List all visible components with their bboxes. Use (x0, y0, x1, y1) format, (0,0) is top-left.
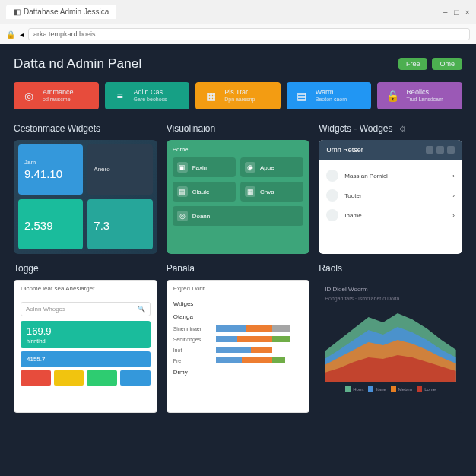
legend-item[interactable]: Lome (417, 386, 436, 392)
visual-tile[interactable]: ▦Chva (240, 182, 303, 202)
nav-card[interactable]: ▤ WarmBeoton caom (287, 82, 372, 109)
visual-tile[interactable]: ◉Apue (240, 157, 303, 177)
nav-card[interactable]: ▦ Pis TtarDpn aaresnp (195, 82, 281, 109)
widgets-card[interactable]: Urnn RetserMass an Pomicl›Tooter›Iname› (319, 140, 462, 254)
nav-card[interactable]: ≡ Adiin CasGare beohocs (105, 82, 190, 109)
browser-tab[interactable]: ◧ Dattabase Admin Jessica (6, 5, 116, 19)
panala-sub: Wdiges (167, 297, 309, 310)
panala-card[interactable]: Exjted Dorit Wdiges Otanga SinenninaerSe… (167, 280, 310, 413)
togge-head: Dicome leat sea Aneslarget (14, 281, 157, 297)
section-title: Widgcts - Wodges (319, 123, 392, 134)
nav-back-icon[interactable]: ◂ (20, 30, 24, 39)
list-item[interactable]: Mass an Pomicl› (326, 166, 455, 186)
nav-card-text: ReolicsTrud Lansdcam (406, 89, 443, 103)
visual-tile[interactable]: ◎Doann (173, 206, 304, 226)
address-bar: 🔒 ◂ arka tempkard boeis (0, 24, 476, 44)
tile-icon: ▦ (245, 186, 255, 197)
nav-card-text: Ammanceod rauscme (43, 89, 74, 103)
stat-tile[interactable]: 169.9hinntind (21, 321, 151, 348)
maximize-button[interactable]: □ (454, 8, 459, 17)
list-item[interactable]: Tooter› (326, 186, 455, 205)
chevron-right-icon: › (452, 173, 455, 179)
list-item[interactable]: Iname› (326, 205, 455, 225)
tile-icon: ◎ (177, 211, 188, 221)
nav-card-text: WarmBeoton caom (316, 89, 347, 103)
stat-tile[interactable]: Anero (87, 144, 152, 195)
bar-row[interactable]: Sinenninaer (173, 323, 303, 334)
tab-favicon: ◧ (14, 8, 21, 16)
header-pill-free[interactable]: Free (398, 58, 428, 70)
page-header: Datta nd Admin Panel Free Ome (14, 56, 462, 71)
panala-head: Exjted Dorit (167, 281, 309, 297)
widget-action-icon[interactable] (426, 146, 433, 154)
panala-sub3: Drmy (167, 366, 309, 379)
tile-icon: ▤ (177, 186, 188, 197)
header-buttons: Free Ome (398, 58, 462, 70)
stat-tile[interactable]: 4155.7 (21, 351, 151, 367)
chart-head: ID Didel Woorm (325, 286, 456, 293)
search-input[interactable]: Aolnn Whoges (21, 302, 151, 316)
mini-stat[interactable] (120, 370, 151, 386)
area-chart (325, 306, 456, 382)
avatar (326, 209, 338, 221)
nav-card-icon: ≡ (113, 88, 128, 103)
nav-card[interactable]: ◎ Ammanceod rauscme (14, 82, 99, 109)
stat-tile[interactable]: 7.3 (87, 199, 152, 249)
nav-card-text: Adiin CasGare beohocs (134, 89, 167, 103)
widget-action-icon[interactable] (436, 146, 444, 154)
togge-card[interactable]: Dicome leat sea Aneslarget Aolnn Whoges … (14, 280, 157, 413)
nav-card-icon: ▦ (203, 88, 218, 103)
mini-stat[interactable] (54, 370, 84, 386)
page-title: Datta nd Admin Panel (14, 56, 141, 71)
chevron-right-icon: › (452, 212, 455, 219)
avatar (326, 170, 338, 182)
chart-legend: HomtItaneMetamLome (325, 386, 456, 392)
section-title: Togge (14, 263, 39, 274)
mini-stat[interactable] (21, 370, 51, 386)
nav-card-icon: 🔒 (385, 88, 400, 103)
raols-card[interactable]: ID Didel Woorm Pongan fars · Ismdianet d… (319, 280, 462, 413)
tab-title: Dattabase Admin Jessica (24, 8, 109, 16)
stat-tile[interactable]: 2.539 (18, 199, 83, 249)
tile-icon: ◉ (245, 162, 255, 173)
nav-card-text: Pis TtarDpn aaresnp (224, 89, 255, 103)
bar-row[interactable]: Senitionges (173, 334, 303, 344)
section-title: Cestonmace Widgets (14, 123, 100, 134)
close-button[interactable]: × (465, 8, 470, 17)
header-pill-ome[interactable]: Ome (432, 58, 462, 70)
stat-tile[interactable]: Jam9.41.10 (18, 144, 83, 195)
avatar (326, 189, 338, 202)
gear-icon[interactable]: ⚙ (399, 125, 406, 133)
widget-action-icon[interactable] (447, 146, 455, 154)
legend-item[interactable]: Homt (345, 386, 363, 392)
visual-tile[interactable]: ▣Faxim (173, 157, 236, 177)
chevron-right-icon: › (452, 192, 455, 199)
visual-head: Pomel (173, 146, 304, 153)
section-title: Visuolinaion (167, 123, 216, 134)
browser-tab-bar: ◧ Dattabase Admin Jessica − □ × (0, 0, 476, 24)
page-body: Datta nd Admin Panel Free Ome ◎ Ammanceo… (0, 44, 476, 425)
panala-sub2: Otanga (167, 310, 309, 323)
visualization-card[interactable]: Pomel▣Faxim◉Apue▤Claule▦Chva◎Doann (167, 140, 310, 254)
mini-stat[interactable] (87, 370, 117, 386)
section-title: Panala (167, 263, 195, 274)
legend-item[interactable]: Itane (368, 386, 386, 392)
widgets-header: Urnn Retser (319, 140, 462, 160)
chart-sub: Pongan fars · Ismdianet d Doita (325, 296, 456, 301)
minimize-button[interactable]: − (443, 8, 447, 17)
custom-widgets-card[interactable]: Jam9.41.10 Anero 2.539 7.3 (14, 140, 157, 254)
nav-cards: ◎ Ammanceod rauscme ≡ Adiin CasGare beoh… (14, 82, 462, 109)
visual-tile[interactable]: ▤Claule (173, 182, 236, 202)
url-input[interactable]: arka tempkard boeis (28, 28, 470, 40)
nav-card-icon: ◎ (21, 88, 36, 103)
lock-icon: 🔒 (6, 30, 15, 39)
bar-row[interactable]: Fre (173, 355, 303, 366)
nav-card-icon: ▤ (294, 88, 309, 103)
bar-row[interactable]: Inot (173, 344, 303, 355)
tile-icon: ▣ (177, 162, 188, 173)
section-title: Raols (319, 263, 342, 274)
window-controls: − □ × (443, 8, 470, 17)
legend-item[interactable]: Metam (391, 386, 412, 392)
nav-card[interactable]: 🔒 ReolicsTrud Lansdcam (377, 82, 462, 109)
